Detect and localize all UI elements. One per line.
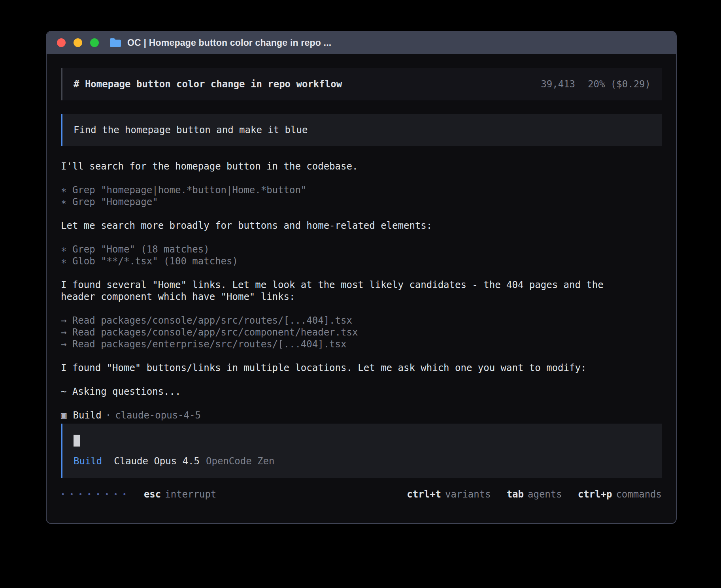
input-line[interactable] <box>74 435 651 447</box>
input-model: Claude Opus 4.5 <box>114 456 200 467</box>
shortcut-variants: ctrl+tvariants <box>407 488 491 500</box>
context-usage: 20% ($0.29) <box>588 78 651 90</box>
status-bar: •••••••• escinterrupt ctrl+tvariants tab… <box>61 488 662 500</box>
prompt-input[interactable]: BuildClaude Opus 4.5OpenCode Zen <box>61 424 662 478</box>
agent-status-line: ▣Build·claude-opus-4-5 <box>61 409 662 421</box>
read-file-line: → Read packages/enterprise/src/routes/[.… <box>61 338 662 350</box>
input-meta: BuildClaude Opus 4.5OpenCode Zen <box>74 455 651 467</box>
assistant-message: I found several "Home" links. Let me loo… <box>61 279 634 303</box>
tool-call-group: → Read packages/console/app/src/routes/[… <box>61 315 662 350</box>
minimize-button[interactable] <box>74 38 82 47</box>
user-message: Find the homepage button and make it blu… <box>61 114 662 146</box>
session-header: # Homepage button color change in repo w… <box>61 68 662 100</box>
zoom-button[interactable] <box>90 38 99 47</box>
read-file-line: → Read packages/console/app/src/routes/[… <box>61 315 662 326</box>
terminal-window: OC | Homepage button color change in rep… <box>46 31 677 524</box>
esc-label: interrupt <box>165 489 216 500</box>
agent-name: Build <box>73 410 101 421</box>
spinner-dots: •••••••• <box>61 488 131 500</box>
token-count: 39,413 <box>541 78 575 90</box>
tool-call-line: ∗ Grep "Home" (18 matches) <box>61 243 662 255</box>
titlebar[interactable]: OC | Homepage button color change in rep… <box>47 32 676 54</box>
tool-call-group: ∗ Grep "Home" (18 matches) ∗ Glob "**/*.… <box>61 243 662 267</box>
assistant-message: Let me search more broadly for buttons a… <box>61 220 662 232</box>
folder-icon <box>109 38 122 48</box>
agent-icon: ▣ <box>61 410 66 421</box>
tool-call-group: ∗ Grep "homepage|home.*button|Home.*butt… <box>61 184 662 208</box>
text-cursor <box>74 435 80 447</box>
read-file-line: → Read packages/console/app/src/componen… <box>61 326 662 338</box>
shortcut-commands: ctrl+pcommands <box>578 488 662 500</box>
esc-key: esc <box>144 489 161 500</box>
traffic-lights <box>57 38 99 47</box>
input-mode: Build <box>74 456 102 467</box>
shortcut-interrupt: escinterrupt <box>144 488 216 500</box>
window-title: OC | Homepage button color change in rep… <box>127 38 331 48</box>
terminal-content: # Homepage button color change in repo w… <box>47 54 676 511</box>
session-title: # Homepage button color change in repo w… <box>74 78 342 90</box>
shortcut-agents: tabagents <box>507 488 562 500</box>
input-provider: OpenCode Zen <box>206 456 274 467</box>
user-message-text: Find the homepage button and make it blu… <box>74 124 308 136</box>
close-button[interactable] <box>57 38 66 47</box>
tool-call-line: ∗ Grep "homepage|home.*button|Home.*butt… <box>61 184 662 196</box>
separator-dot: · <box>106 410 111 421</box>
tool-call-line: ∗ Glob "**/*.tsx" (100 matches) <box>61 255 662 267</box>
session-stats: 39,413 20% ($0.29) <box>541 78 651 90</box>
tool-call-line: ∗ Grep "Homepage" <box>61 196 662 208</box>
assistant-message: I found "Home" buttons/links in multiple… <box>61 362 662 374</box>
model-name: claude-opus-4-5 <box>115 410 201 421</box>
activity-indicator: ~ Asking questions... <box>61 386 662 398</box>
assistant-message: I'll search for the homepage button in t… <box>61 160 662 172</box>
